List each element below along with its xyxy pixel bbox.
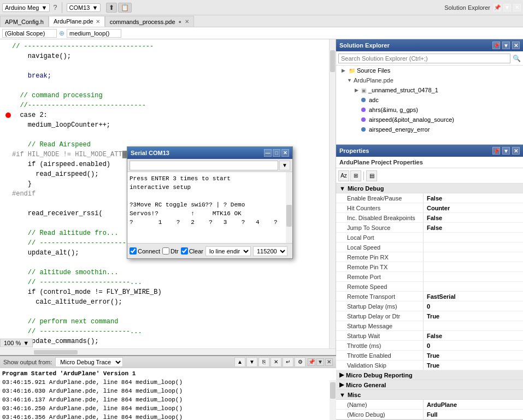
tab-commands-close[interactable]: ✕	[185, 19, 189, 25]
clear-checkbox-input[interactable]	[181, 247, 188, 255]
sol-close-btn[interactable]: ✕	[512, 42, 520, 49]
baud-rate-dropdown[interactable]: 115200	[253, 246, 287, 256]
function-dropdown[interactable]: medium_loop()	[67, 29, 121, 38]
expand-btn[interactable]: ▼	[503, 4, 511, 11]
section-misc[interactable]: ▼ Misc	[336, 390, 523, 400]
toolbar-board-btn[interactable]: 📋	[118, 3, 132, 13]
output-close-btn[interactable]: ✕	[325, 358, 333, 366]
tab-apm-config[interactable]: APM_Config.h	[0, 16, 49, 27]
props-pin-btn[interactable]: 📌	[492, 147, 500, 155]
output-clear-btn[interactable]: ✕	[271, 357, 281, 367]
serial-connect-checkbox[interactable]: Connect	[130, 247, 160, 255]
tab-arduplane-close[interactable]: ✕	[96, 19, 100, 25]
prop-row-startup-delay: Startup Delay (ms) 0	[336, 301, 523, 311]
prop-value-enable-break[interactable]: False	[424, 193, 523, 203]
output-wrap-btn[interactable]: ↵	[283, 357, 293, 367]
code-hscrollbar-thumb	[34, 350, 78, 354]
props-cat-btn[interactable]: ⊞	[350, 170, 361, 181]
prop-value-throttle-enabled[interactable]: True	[424, 351, 523, 360]
serial-scrollbar[interactable]	[286, 172, 292, 243]
code-scrollbar[interactable]	[329, 39, 336, 348]
zoom-bar: 100 % ▼	[0, 339, 33, 347]
props-expand-btn[interactable]: ▼	[502, 147, 510, 155]
prop-value-local-port[interactable]	[424, 233, 523, 242]
serial-dtr-checkbox[interactable]: Dtr	[162, 247, 179, 255]
tree-item-arduplane[interactable]: ▼ ArduPlane.pde	[336, 75, 523, 85]
zoom-dropdown[interactable]: ▼	[23, 340, 29, 346]
prop-value-remote-speed[interactable]	[424, 282, 523, 291]
tree-item-ahrs[interactable]: ▶ ahrs(&imu, g_gps)	[336, 105, 523, 115]
tree-item-airspeed-energy[interactable]: ▶ airspeed_energy_error	[336, 125, 523, 134]
section-micro-debug-reporting[interactable]: ▶ Micro Debug Reporting	[336, 370, 523, 380]
board-selector[interactable]: Arduino Meg ▼	[2, 3, 50, 12]
output-source-dropdown[interactable]: Micro Debug Trace	[55, 357, 123, 367]
serial-maximize-btn[interactable]: □	[273, 149, 280, 157]
tree-item-adc[interactable]: ▶ adc	[336, 95, 523, 105]
prop-value-startup-wait[interactable]: False	[424, 331, 523, 340]
output-header: Show output from: Micro Debug Trace ▲ ▼ …	[0, 356, 336, 368]
serial-minimize-btn[interactable]: —	[264, 149, 272, 157]
serial-close-btn[interactable]: ✕	[281, 149, 289, 157]
output-settings-btn[interactable]: ⚙	[295, 357, 305, 367]
close-solution-btn[interactable]: ✕	[513, 4, 521, 11]
toolbar-icon-group: ⬆ 📋	[106, 3, 132, 13]
tree-item-source-files[interactable]: ▶ 📁 Source Files	[336, 66, 523, 75]
solution-search-input[interactable]	[338, 54, 510, 63]
output-pin-btn[interactable]: 📌	[308, 358, 315, 366]
prop-value-remote-pin-rx[interactable]	[424, 252, 523, 262]
code-text: // command processing	[12, 92, 103, 99]
prop-value-inc-disabled[interactable]: False	[424, 213, 523, 222]
output-copy-btn[interactable]: ⎘	[258, 357, 269, 367]
serial-clear-input-btn[interactable]: ▼	[279, 161, 290, 170]
props-extra-btn[interactable]: ▤	[366, 170, 377, 181]
prop-value-micro-debug[interactable]: Full	[424, 410, 523, 419]
tab-commands-process[interactable]: commands_process.pde ● ✕	[105, 16, 194, 27]
serial-clear-checkbox[interactable]: Clear	[181, 247, 203, 255]
prop-value-remote-port[interactable]	[424, 272, 523, 281]
prop-value-validation-skip[interactable]: True	[424, 360, 523, 370]
scope-dropdown[interactable]: (Global Scope)	[2, 29, 57, 38]
prop-value-hit-counters[interactable]: Counter	[424, 203, 523, 212]
output-scrollbar[interactable]	[330, 380, 336, 420]
breakpoint-indicator	[5, 113, 11, 118]
props-close-btn[interactable]: ✕	[512, 147, 520, 155]
props-alpha-btn[interactable]: Az	[338, 170, 349, 181]
prop-row-remote-transport: Remote Transport FastSerial	[336, 292, 523, 301]
section-micro-debug[interactable]: ▼ Micro Debug	[336, 184, 523, 193]
serial-line-2: interactive setup	[130, 183, 290, 192]
output-scroll-down-btn[interactable]: ▼	[246, 357, 257, 367]
dtr-checkbox-input[interactable]	[162, 247, 169, 255]
prop-row-remote-pin-rx: Remote Pin RX	[336, 252, 523, 262]
toolbar-upload-btn[interactable]: ⬆	[106, 3, 117, 13]
code-line: calc_altitude_error();	[0, 297, 336, 307]
section-micro-general[interactable]: ▶ Micro General	[336, 380, 523, 390]
sol-expand-btn[interactable]: ▼	[502, 42, 510, 49]
prop-value-throttle-ms[interactable]: 0	[424, 341, 523, 350]
prop-value-remote-pin-tx[interactable]	[424, 262, 523, 271]
prop-value-startup-delay-dtr[interactable]: True	[424, 311, 523, 321]
prop-value-local-speed[interactable]	[424, 242, 523, 252]
code-line	[0, 61, 336, 71]
sol-pin-btn[interactable]: 📌	[492, 42, 500, 49]
help-icon[interactable]: ?	[53, 3, 57, 11]
line-ending-dropdown[interactable]: lo line endir	[205, 246, 251, 256]
output-scroll-up-btn[interactable]: ▲	[234, 357, 245, 367]
tree-item-struct[interactable]: ▶ ▣ _unnamed_struct_0478_1	[336, 85, 523, 95]
prop-value-name[interactable]: ArduPlane	[424, 400, 523, 409]
connect-checkbox-input[interactable]	[130, 247, 137, 255]
pin-btn[interactable]: 📌	[493, 4, 501, 11]
prop-value-remote-transport[interactable]: FastSerial	[424, 292, 523, 301]
output-line-text-3: 03:46:16.137 ArduPlane.pde, line 864 med…	[2, 397, 183, 403]
prop-value-startup-delay[interactable]: 0	[424, 301, 523, 311]
prop-value-jump-source[interactable]: False	[424, 223, 523, 232]
tree-item-airspeed[interactable]: ▶ airspeed(&pitot_analog_source)	[336, 115, 523, 125]
code-text: // -----------------------...	[12, 279, 142, 286]
output-collapse-btn[interactable]: ▼	[316, 358, 324, 366]
code-line	[0, 81, 336, 91]
serial-input-field[interactable]	[130, 161, 278, 170]
prop-value-startup-msg[interactable]	[424, 321, 523, 330]
tab-arduplane[interactable]: ArduPlane.pde ✕	[49, 16, 105, 27]
code-hscrollbar[interactable]	[0, 348, 336, 355]
port-selector[interactable]: COM13 ▼	[67, 3, 101, 12]
section-reporting-label: Micro Debug Reporting	[346, 372, 413, 378]
